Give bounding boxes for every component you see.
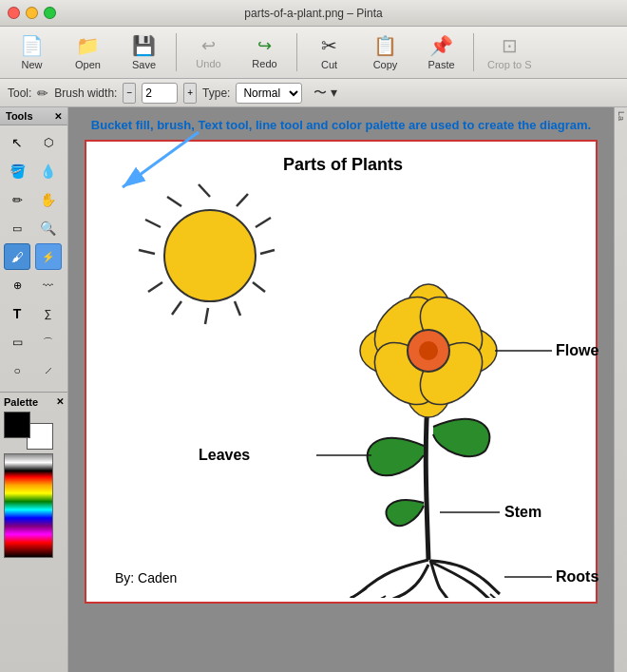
palette-collapse-icon[interactable]: ✕: [56, 396, 64, 408]
separator-1: [176, 33, 177, 71]
undo-button[interactable]: ↩ Undo: [182, 31, 235, 73]
paste-button[interactable]: 📌 Paste: [415, 30, 467, 74]
tool-ellipse[interactable]: ○: [4, 357, 30, 384]
crop-button[interactable]: ⊡ Crop to S: [480, 30, 539, 74]
svg-line-2: [199, 184, 210, 197]
tools-collapse-icon[interactable]: ✕: [54, 111, 62, 122]
palette-header: Palette ✕: [4, 396, 64, 408]
tool-brush[interactable]: 🖌: [4, 243, 30, 270]
new-icon: 📄: [20, 34, 44, 57]
new-label: New: [21, 59, 42, 70]
flower-center-inner: [419, 341, 438, 360]
redo-icon: ↪: [257, 35, 272, 56]
undo-icon: ↩: [201, 35, 216, 56]
right-leaf: [433, 419, 489, 456]
sun-circle: [164, 210, 256, 301]
maximize-button[interactable]: [44, 7, 56, 19]
pencil-tool-icon[interactable]: ✏: [37, 86, 48, 101]
cut-button[interactable]: ✂ Cut: [303, 30, 355, 74]
tools-header: Tools ✕: [0, 107, 67, 125]
drawing-canvas: Parts of Plants: [85, 140, 598, 604]
tool-zoom[interactable]: 🔍: [35, 215, 62, 241]
save-icon: 💾: [132, 34, 156, 57]
titlebar: parts-of-a-plant.png – Pinta: [0, 0, 627, 27]
type-label: Type:: [202, 86, 230, 100]
window-controls[interactable]: [8, 7, 56, 19]
undo-label: Undo: [196, 58, 220, 69]
separator-3: [473, 33, 474, 71]
leaves-label: Leaves: [199, 447, 250, 463]
tool-freeform[interactable]: ⌒: [35, 329, 62, 355]
svg-line-3: [167, 197, 181, 206]
tool-stamp[interactable]: ⊕: [4, 272, 30, 298]
tool-eraser[interactable]: ▭: [4, 215, 30, 241]
save-label: Save: [132, 59, 156, 70]
tools-header-label: Tools: [6, 110, 33, 122]
copy-label: Copy: [373, 59, 398, 70]
svg-line-12: [256, 218, 271, 227]
palette-label: Palette: [4, 396, 38, 408]
tool-color-picker[interactable]: 💧: [35, 158, 62, 184]
layers-panel: La: [614, 107, 627, 672]
tool-paint-bucket[interactable]: 🪣: [4, 158, 30, 184]
crop-label: Crop to S: [487, 59, 531, 70]
brush-width-label: Brush width:: [54, 86, 117, 100]
svg-line-11: [260, 250, 275, 254]
svg-line-10: [253, 282, 265, 292]
main-area: Tools ✕ ↖ ⬡ 🪣 💧 ✏ ✋ ▭ 🔍 🖌 ⚡ ⊕ 〰 T ∑: [0, 107, 627, 672]
flowers-label: Flowers: [556, 342, 599, 358]
svg-line-8: [205, 308, 208, 324]
author-label: By: Caden: [115, 570, 177, 586]
close-button[interactable]: [8, 7, 20, 19]
tool-label: Tool:: [8, 86, 31, 100]
color-palette-gradient[interactable]: [4, 453, 53, 558]
svg-line-4: [145, 220, 161, 227]
tool-pan[interactable]: ✋: [35, 186, 62, 213]
brush-width-decrease[interactable]: −: [123, 83, 136, 104]
separator-2: [296, 33, 297, 71]
minimize-button[interactable]: [26, 7, 38, 19]
tool-clone[interactable]: ⚡: [35, 243, 62, 270]
cut-label: Cut: [321, 59, 337, 70]
tool-pencil[interactable]: ✏: [4, 186, 30, 213]
svg-line-6: [148, 282, 162, 292]
svg-line-9: [235, 301, 240, 316]
crop-icon: ⊡: [502, 34, 518, 57]
color-swatches: [4, 412, 53, 450]
tool-lines[interactable]: ⟋: [35, 357, 62, 384]
tool-magic-wand[interactable]: ⬡: [35, 129, 62, 156]
new-button[interactable]: 📄 New: [6, 30, 58, 74]
canvas-area[interactable]: Bucket fill, brush, Text tool, line tool…: [68, 107, 614, 672]
window-title: parts-of-a-plant.png – Pinta: [244, 7, 382, 20]
diagram-title: Parts of Plants: [283, 155, 403, 174]
tool-smear[interactable]: 〰: [35, 272, 62, 298]
tool-text[interactable]: T: [4, 300, 30, 327]
svg-line-13: [237, 194, 248, 206]
tool-rect[interactable]: ▭: [4, 329, 30, 355]
foreground-color-swatch[interactable]: [4, 412, 30, 438]
paste-icon: 📌: [429, 34, 453, 57]
tool-arrow[interactable]: ↖: [4, 129, 30, 156]
copy-icon: 📋: [373, 34, 397, 57]
tools-panel: Tools ✕ ↖ ⬡ 🪣 💧 ✏ ✋ ▭ 🔍 🖌 ⚡ ⊕ 〰 T ∑: [0, 107, 68, 672]
toolbar: 📄 New 📁 Open 💾 Save ↩ Undo ↪ Redo ✂ Cut …: [0, 27, 627, 79]
open-label: Open: [75, 59, 101, 70]
curve-icon: 〜 ▾: [314, 85, 337, 102]
redo-button[interactable]: ↪ Redo: [238, 31, 291, 73]
background-color-swatch[interactable]: [27, 423, 53, 450]
brush-width-input[interactable]: [142, 83, 178, 104]
type-select[interactable]: Normal Smooth Hard: [236, 83, 302, 104]
tool-formula[interactable]: ∑: [35, 300, 62, 327]
brush-width-increase[interactable]: +: [183, 83, 197, 104]
open-icon: 📁: [76, 34, 100, 57]
roots-label: Roots: [556, 568, 598, 585]
redo-label: Redo: [252, 58, 276, 69]
paste-label: Paste: [428, 59, 454, 70]
svg-line-5: [139, 250, 155, 254]
left-leaf: [368, 438, 424, 475]
open-button[interactable]: 📁 Open: [62, 30, 114, 74]
cut-icon: ✂: [321, 34, 337, 57]
stem-label: Stem: [504, 504, 542, 520]
copy-button[interactable]: 📋 Copy: [359, 30, 411, 74]
save-button[interactable]: 💾 Save: [118, 30, 170, 74]
